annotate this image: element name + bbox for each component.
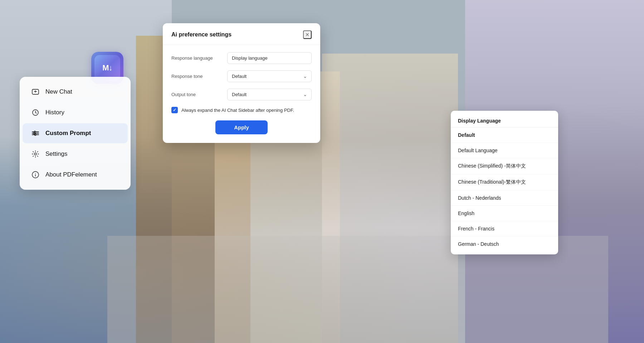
sidebar-item-new-chat[interactable]: New Chat — [23, 82, 128, 102]
language-option-chinese-simplified[interactable]: Chinese (Simplified) -简体中文 — [451, 158, 558, 174]
sidebar-item-history[interactable]: History — [23, 103, 128, 123]
dialog-header: Ai preference settings × — [163, 23, 320, 45]
sidebar-item-settings-label: Settings — [45, 150, 67, 158]
sidebar-item-settings[interactable]: Settings — [23, 144, 128, 164]
svg-point-13 — [34, 153, 36, 155]
settings-dialog: Ai preference settings × Response langua… — [163, 23, 320, 143]
sidebar-item-about[interactable]: About PDFelement — [23, 165, 128, 185]
language-option-german[interactable]: German - Deutsch — [451, 237, 558, 252]
language-option-chinese-traditional[interactable]: Chinese (Traditional)-繁体中文 — [451, 174, 558, 190]
response-language-label: Response language — [171, 55, 221, 61]
response-tone-control: Default Formal Casual — [227, 70, 312, 82]
svg-point-12 — [35, 134, 36, 135]
output-tone-row: Output tone Default Formal Casual — [171, 89, 312, 100]
language-option-english[interactable]: English — [451, 206, 558, 221]
custom-prompt-icon — [31, 129, 40, 138]
dropdown-header: Display Language — [451, 114, 558, 128]
close-button[interactable]: × — [303, 30, 312, 39]
checkmark-icon: ✓ — [173, 108, 176, 113]
dialog-body: Response language Response tone Default … — [163, 45, 320, 143]
info-icon — [31, 170, 40, 179]
sidebar-item-custom-prompt[interactable]: Custom Prompt — [23, 123, 128, 143]
sidebar-item-custom-prompt-label: Custom Prompt — [45, 130, 91, 137]
sidebar-item-history-label: History — [45, 109, 64, 116]
app-icon-text: M↓ — [102, 63, 112, 73]
language-dropdown: Display Language Default Default Languag… — [451, 111, 558, 254]
output-tone-control: Default Formal Casual — [227, 89, 312, 100]
language-option-default[interactable]: Default — [451, 128, 558, 143]
response-language-row: Response language — [171, 52, 312, 64]
output-tone-select[interactable]: Default Formal Casual — [227, 89, 312, 100]
expand-sidebar-checkbox[interactable]: ✓ — [171, 107, 178, 113]
language-option-french[interactable]: French - Francis — [451, 221, 558, 237]
sidebar-item-about-label: About PDFelement — [45, 171, 97, 178]
svg-point-11 — [34, 133, 35, 134]
language-option-default-lang[interactable]: Default Language — [451, 143, 558, 158]
new-chat-icon — [31, 88, 40, 96]
response-tone-row: Response tone Default Formal Casual — [171, 70, 312, 82]
checkbox-label: Always expand the AI Chat Sidebar after … — [181, 108, 294, 113]
checkbox-row: ✓ Always expand the AI Chat Sidebar afte… — [171, 107, 312, 113]
response-language-control — [227, 52, 312, 64]
svg-point-15 — [35, 173, 36, 174]
settings-icon — [31, 150, 40, 158]
output-tone-label: Output tone — [171, 92, 221, 97]
sidebar-menu: New Chat History Custom Prompt — [20, 77, 131, 190]
history-icon — [31, 108, 40, 117]
sidebar-item-new-chat-label: New Chat — [45, 88, 72, 95]
language-option-dutch[interactable]: Dutch - Nederlands — [451, 190, 558, 206]
dialog-title: Ai preference settings — [171, 31, 231, 38]
apply-button[interactable]: Apply — [215, 120, 268, 134]
response-language-input[interactable] — [227, 52, 312, 64]
response-tone-select[interactable]: Default Formal Casual — [227, 70, 312, 82]
response-tone-label: Response tone — [171, 74, 221, 79]
